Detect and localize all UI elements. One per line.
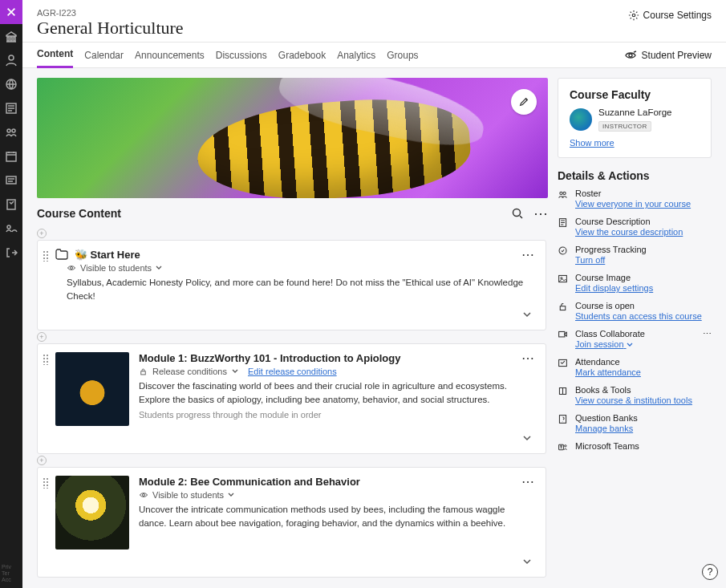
course-tabs: Content Calendar Announcements Discussio…	[22, 43, 726, 68]
course-settings-button[interactable]: Course Settings	[628, 10, 712, 21]
visibility-toggle[interactable]: Visible to students	[67, 263, 534, 273]
help-button[interactable]: ?	[702, 564, 718, 580]
visibility-toggle[interactable]: Visible to students	[139, 490, 534, 500]
tab-content[interactable]: Content	[37, 42, 73, 68]
expand-toggle[interactable]	[520, 307, 534, 322]
svg-rect-22	[560, 306, 566, 310]
grades-icon[interactable]	[0, 193, 22, 217]
item-description: Uncover the intricate communication meth…	[139, 503, 534, 529]
svg-point-11	[513, 209, 521, 217]
svg-point-14	[143, 494, 145, 497]
svg-rect-5	[6, 152, 16, 161]
chevron-down-icon	[232, 368, 238, 375]
teams-icon	[558, 441, 569, 452]
release-conditions-toggle[interactable]: Release conditions Edit release conditio…	[139, 367, 534, 376]
item-title[interactable]: Module 1: BuzzWorthy 101 - Introduction …	[139, 352, 400, 364]
da-books: Books & ToolsView course & institution t…	[558, 385, 712, 405]
expand-toggle[interactable]	[520, 554, 534, 569]
item-more-menu[interactable]: ⋯	[521, 476, 534, 489]
rail-footer: Priv Ter Acc	[0, 564, 22, 588]
chevron-down-icon	[228, 492, 234, 498]
edit-banner-button[interactable]	[511, 89, 537, 115]
folder-icon	[55, 249, 68, 260]
tab-discussions[interactable]: Discussions	[216, 43, 267, 67]
svg-rect-23	[559, 331, 565, 337]
books-link[interactable]: View course & institution tools	[575, 395, 692, 405]
messages-icon[interactable]	[0, 168, 22, 193]
attendance-icon	[558, 357, 569, 368]
add-item-button[interactable]: +	[37, 332, 47, 342]
tools-icon[interactable]	[0, 217, 22, 241]
faculty-role-badge: INSTRUCTOR	[598, 121, 651, 132]
drag-handle[interactable]	[43, 354, 49, 365]
close-panel-button[interactable]	[0, 0, 22, 24]
stream-icon[interactable]	[0, 96, 22, 120]
da-collaborate: Class CollaborateJoin session ⋯	[558, 329, 712, 349]
content-more-menu[interactable]: ⋯	[533, 206, 548, 221]
item-more-menu[interactable]: ⋯	[521, 249, 534, 262]
groups-icon[interactable]	[0, 120, 22, 144]
drag-handle[interactable]	[43, 477, 49, 489]
calendar-icon[interactable]	[0, 144, 22, 168]
svg-point-0	[9, 55, 14, 60]
faculty-name: Suzanne LaForge	[598, 107, 671, 117]
course-id: AGR-I223	[37, 8, 712, 18]
svg-rect-6	[6, 176, 16, 184]
attendance-link[interactable]: Mark attendance	[575, 367, 641, 377]
lock-icon	[139, 367, 148, 376]
svg-rect-25	[559, 416, 566, 424]
open-link[interactable]: Students can access this course	[575, 311, 702, 321]
item-description: Discover the fascinating world of bees a…	[139, 379, 534, 406]
tab-groups[interactable]: Groups	[387, 43, 418, 67]
show-more-faculty-link[interactable]: Show more	[570, 138, 700, 148]
collaborate-icon	[558, 329, 569, 340]
app-rail: Priv Ter Acc	[0, 0, 22, 588]
edit-release-conditions-link[interactable]: Edit release conditions	[248, 367, 337, 376]
progress-icon	[558, 245, 569, 256]
da-description: Course DescriptionView the course descri…	[558, 217, 712, 237]
faculty-avatar[interactable]	[570, 108, 592, 131]
module-thumbnail	[55, 352, 129, 426]
tab-announcements[interactable]: Announcements	[135, 43, 205, 67]
da-image: Course ImageEdit display settings	[558, 273, 712, 293]
globe-icon[interactable]	[0, 72, 22, 96]
svg-point-17	[563, 192, 566, 194]
add-item-button[interactable]: +	[37, 456, 47, 465]
tab-calendar[interactable]: Calendar	[84, 43, 124, 67]
unlock-icon	[558, 301, 569, 312]
student-preview-button[interactable]: Student Preview	[624, 49, 712, 62]
signout-icon[interactable]	[0, 241, 22, 265]
institution-icon[interactable]	[0, 24, 22, 48]
image-link[interactable]: Edit display settings	[575, 283, 653, 293]
description-link[interactable]: View the course description	[575, 227, 683, 237]
tab-analytics[interactable]: Analytics	[337, 43, 375, 67]
da-qbank: Question BanksManage banks	[558, 413, 712, 433]
collaborate-link[interactable]: Join session	[575, 339, 645, 349]
item-description: Syllabus, Academic Honesty Policy, and m…	[67, 276, 534, 302]
details-actions-panel: Details & Actions RosterView everyone in…	[558, 169, 712, 452]
search-icon[interactable]	[511, 207, 524, 220]
drag-handle[interactable]	[43, 250, 49, 262]
expand-toggle[interactable]	[520, 431, 534, 445]
svg-point-27	[565, 445, 566, 447]
roster-icon	[558, 189, 569, 200]
collaborate-more-menu[interactable]: ⋯	[703, 329, 712, 339]
course-settings-label: Course Settings	[643, 10, 712, 21]
progress-link[interactable]: Turn off	[575, 255, 647, 265]
profile-icon[interactable]	[0, 48, 22, 72]
roster-link[interactable]: View everyone in your course	[575, 199, 691, 209]
tab-gradebook[interactable]: Gradebook	[278, 43, 326, 67]
eye-icon	[67, 263, 76, 273]
da-attendance: AttendanceMark attendance	[558, 357, 712, 377]
details-heading: Details & Actions	[558, 169, 712, 182]
item-title[interactable]: Module 2: Bee Communication and Behavior	[139, 476, 360, 488]
qbank-link[interactable]: Manage banks	[575, 424, 638, 433]
preview-icon	[624, 49, 637, 62]
course-header: AGR-I223 General Horticulture Course Set…	[22, 0, 726, 43]
item-more-menu[interactable]: ⋯	[521, 352, 534, 365]
course-content-heading: Course Content	[37, 207, 121, 220]
chevron-down-icon	[627, 342, 633, 348]
item-subtext: Students progress through the module in …	[139, 410, 534, 420]
item-title[interactable]: 🐝 Start Here	[75, 249, 140, 261]
add-item-button[interactable]: +	[37, 229, 47, 238]
